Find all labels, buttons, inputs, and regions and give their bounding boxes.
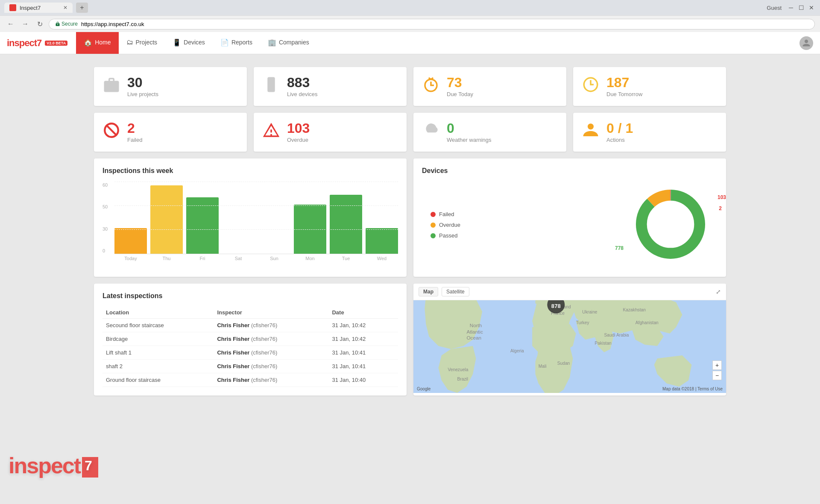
svg-text:Mali: Mali xyxy=(539,364,547,369)
cell-location: Ground floor staircase xyxy=(102,373,214,387)
main-content: 30 Live projects 883 Live devices 73 Due… xyxy=(0,54,820,408)
stat-card-failed[interactable]: 2 Failed xyxy=(94,113,247,152)
nav-item-reports[interactable]: 📄 Reports xyxy=(213,32,260,54)
cell-username: (cfisher76) xyxy=(251,377,277,383)
clock-fire-icon xyxy=(422,76,440,97)
stat-label-weather: Weather warnings xyxy=(447,137,492,143)
stat-card-actions[interactable]: 0 / 1 Actions xyxy=(573,113,726,152)
stat-card-weather[interactable]: 0 Weather warnings xyxy=(413,113,566,152)
tab-close-button[interactable]: ✕ xyxy=(63,5,67,11)
svg-text:Turkey: Turkey xyxy=(576,320,590,325)
browser-titlebar: Inspect7 ✕ + Guest ─ ☐ ✕ xyxy=(0,0,820,15)
window-controls: Guest ─ ☐ ✕ xyxy=(767,3,816,12)
svg-text:Venezuela: Venezuela xyxy=(448,367,469,372)
bar-wed xyxy=(366,228,398,254)
donut-svg xyxy=(632,186,709,263)
legend-label-overdue: Overdue xyxy=(439,222,460,228)
maximize-button[interactable]: ☐ xyxy=(797,3,805,12)
stat-label-actions: Actions xyxy=(606,137,633,143)
legend-failed: Failed xyxy=(430,211,460,217)
legend-overdue: Overdue xyxy=(430,222,460,228)
bar-label-wed: Wed xyxy=(366,256,398,261)
donut-label-overdue: 103 xyxy=(718,194,726,200)
bar-chart-title: Inspections this week xyxy=(102,167,398,175)
y-label-0: 0 xyxy=(102,248,108,253)
legend-passed: Passed xyxy=(430,232,460,239)
nav-item-companies[interactable]: 🏢 Companies xyxy=(260,32,317,54)
device-icon xyxy=(262,76,280,97)
stat-card-live-projects[interactable]: 30 Live projects xyxy=(94,67,247,106)
url-bar[interactable]: Secure https://app.inspect7.co.uk xyxy=(49,19,815,29)
back-button[interactable]: ← xyxy=(5,18,16,29)
donut-svg-wrap: 103 2 778 xyxy=(632,186,709,264)
bar-label-thu: Thu xyxy=(150,256,183,261)
failed-dot xyxy=(430,212,436,217)
svg-text:Algeria: Algeria xyxy=(510,349,524,353)
minimize-button[interactable]: ─ xyxy=(787,3,795,12)
table-row[interactable]: Birdcage Chris Fisher (cfisher76) 31 Jan… xyxy=(102,332,398,346)
close-button[interactable]: ✕ xyxy=(807,3,816,12)
bar-thu xyxy=(150,185,183,254)
stat-label-overdue: Overdue xyxy=(287,137,310,143)
svg-point-1 xyxy=(270,88,272,90)
stat-info-live-devices: 883 Live devices xyxy=(287,76,318,97)
bottom-row: Latest inspections Location Inspector Da… xyxy=(94,284,726,396)
table-row[interactable]: Lift shaft 1 Chris Fisher (cfisher76) 31… xyxy=(102,346,398,360)
secure-badge: Secure xyxy=(55,21,78,27)
overdue-dot xyxy=(430,223,436,228)
stat-card-due-today[interactable]: 73 Due Today xyxy=(413,67,566,106)
map-expand-icon[interactable]: ⤢ xyxy=(716,288,721,295)
bar-label-today: Today xyxy=(114,256,147,261)
svg-text:Afghanistan: Afghanistan xyxy=(636,320,659,325)
browser-tab[interactable]: Inspect7 ✕ xyxy=(4,3,73,13)
map-zoom-controls: + − xyxy=(712,360,722,380)
cell-location: shaft 2 xyxy=(102,360,214,373)
y-label-30: 30 xyxy=(102,226,108,231)
stat-card-overdue[interactable]: 103 Overdue xyxy=(254,113,407,152)
stat-info-overdue: 103 Overdue xyxy=(287,121,310,143)
stat-card-live-devices[interactable]: 883 Live devices xyxy=(254,67,407,106)
stat-card-due-tomorrow[interactable]: 187 Due Tomorrow xyxy=(573,67,726,106)
bar-tue xyxy=(330,195,362,254)
legend-label-passed: Passed xyxy=(439,232,457,239)
table-row[interactable]: shaft 2 Chris Fisher (cfisher76) 31 Jan,… xyxy=(102,360,398,373)
map-btn-satellite[interactable]: Satellite xyxy=(442,287,469,296)
donut-chart-card: Devices Failed Overdue Passed xyxy=(413,158,726,277)
zoom-out-button[interactable]: − xyxy=(712,371,722,380)
table-row[interactable]: Secound floor staircase Chris Fisher (cf… xyxy=(102,319,398,332)
cell-date: 31 Jan, 10:42 xyxy=(328,332,398,346)
map-card: Map Satellite ⤢ xyxy=(413,284,726,396)
bar-fri xyxy=(186,197,219,254)
map-btn-map[interactable]: Map xyxy=(419,287,438,296)
bar-label-sun: Sun xyxy=(258,256,290,261)
table-row[interactable]: Ground floor staircase Chris Fisher (cfi… xyxy=(102,373,398,387)
nav-item-devices[interactable]: 📱 Devices xyxy=(165,32,213,54)
logo: inspect7 V2.0 BETA xyxy=(7,38,67,49)
bar-chart-card: Inspections this week 60 50 30 0 xyxy=(94,158,407,277)
cell-username: (cfisher76) xyxy=(251,322,277,328)
map-toolbar: Map Satellite ⤢ xyxy=(413,284,726,300)
cell-inspector: Chris Fisher (cfisher76) xyxy=(214,360,328,373)
inspections-table-card: Latest inspections Location Inspector Da… xyxy=(94,284,407,396)
devices-icon: 📱 xyxy=(173,38,181,47)
briefcase-icon xyxy=(102,76,120,97)
cell-username: (cfisher76) xyxy=(251,336,277,342)
svg-text:North: North xyxy=(470,322,482,328)
refresh-button[interactable]: ↻ xyxy=(34,18,45,29)
nav-item-projects[interactable]: 🗂 Projects xyxy=(119,32,165,54)
forward-button[interactable]: → xyxy=(20,18,31,29)
stat-number-overdue: 103 xyxy=(287,121,310,135)
stat-number-live-devices: 883 xyxy=(287,76,318,89)
projects-icon: 🗂 xyxy=(126,38,133,46)
svg-text:Saudi Arabia: Saudi Arabia xyxy=(604,333,629,337)
zoom-in-button[interactable]: + xyxy=(712,360,722,370)
google-attribution: Google xyxy=(417,387,430,391)
nav-item-home[interactable]: 🏠 Home xyxy=(76,32,118,54)
y-label-60: 60 xyxy=(102,182,108,188)
cell-inspector: Chris Fisher (cfisher76) xyxy=(214,319,328,332)
donut-legend: Failed Overdue Passed xyxy=(430,211,460,239)
new-tab-button[interactable]: + xyxy=(76,3,88,13)
user-avatar[interactable] xyxy=(800,36,813,50)
cell-date: 31 Jan, 10:41 xyxy=(328,346,398,360)
cell-location: Birdcage xyxy=(102,332,214,346)
